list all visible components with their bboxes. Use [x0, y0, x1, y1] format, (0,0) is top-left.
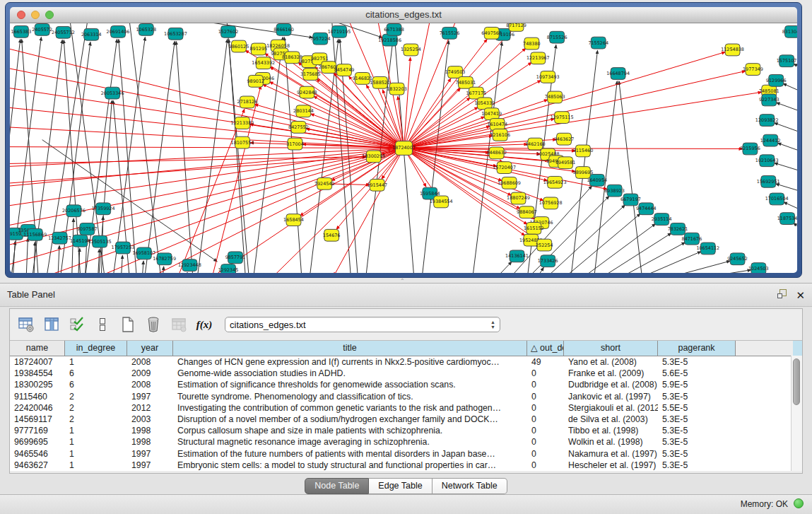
graph-node[interactable]: 6679197 [620, 194, 641, 206]
citation-edge-black[interactable] [576, 224, 655, 273]
graph-node[interactable]: 7155264 [588, 37, 608, 49]
graph-node[interactable]: 1615152 [524, 223, 544, 235]
graph-node[interactable]: 1749503 [445, 66, 466, 78]
graph-node[interactable]: 7832621 [668, 223, 688, 235]
cell-year[interactable]: 1997 [127, 391, 173, 402]
cell-out_degree[interactable]: 0 [527, 402, 564, 414]
graph-node[interactable]: 1733426 [538, 255, 558, 267]
graph-node[interactable]: 15692951 [757, 175, 780, 187]
cell-short[interactable]: Jankovic et al. (1997) [564, 391, 658, 402]
graph-node[interactable]: 9860125 [229, 40, 249, 52]
graph-node[interactable]: 9097587 [77, 223, 98, 235]
graph-node[interactable]: 20206576 [62, 205, 86, 217]
graph-node[interactable]: 18724007 [392, 141, 416, 156]
cell-short[interactable]: Dudbridge et al. (2008) [564, 379, 658, 390]
tab-network-table[interactable]: Network Table [433, 478, 507, 494]
graph-node[interactable]: 1832203 [387, 83, 407, 95]
citation-edge-black[interactable] [142, 261, 143, 273]
cell-pagerank[interactable]: 5.3E-5 [658, 356, 736, 368]
graph-node[interactable]: 1145194 [70, 235, 90, 247]
show-columns-icon[interactable] [42, 315, 61, 334]
citation-edge-red[interactable] [404, 62, 531, 148]
graph-node[interactable]: 6671388 [384, 23, 404, 35]
column-header-out_degree[interactable]: △ out_de… [527, 341, 564, 356]
table-row[interactable]: 1830029562008Estimation of significance … [10, 379, 802, 390]
graph-node[interactable]: 10210643 [755, 155, 779, 167]
cell-in_degree[interactable]: 2 [65, 414, 127, 425]
cell-title[interactable]: Embryonic stem cells: a model to study s… [173, 460, 527, 471]
table-row[interactable]: 969969511998Structural magnetic resonanc… [10, 436, 802, 448]
table-settings-icon[interactable] [17, 315, 35, 334]
cell-pagerank[interactable]: 5.3E-5 [658, 460, 736, 471]
graph-node[interactable]: 891295 [249, 43, 267, 55]
panel-resize-grip[interactable]: ⌃ [400, 279, 407, 284]
graph-node[interactable]: 9884067 [517, 206, 537, 218]
graph-node[interactable]: 20053346 [101, 87, 124, 99]
cell-out_degree[interactable]: 0 [527, 448, 564, 460]
column-header-short[interactable]: short [564, 341, 658, 356]
graph-node[interactable]: 9115460 [573, 145, 594, 157]
cell-year[interactable]: 1997 [127, 448, 173, 460]
graph-node[interactable]: 17016504 [765, 193, 789, 205]
import-table-icon[interactable] [170, 315, 188, 334]
graph-node[interactable]: 14136141 [505, 250, 529, 262]
graph-node[interactable]: 2935114 [652, 214, 672, 226]
graph-node[interactable]: 12505135 [88, 235, 112, 247]
graph-node[interactable]: 9463627 [554, 133, 575, 145]
citation-edge-black[interactable] [778, 143, 797, 153]
citation-edge-black[interactable] [776, 184, 797, 194]
graph-node[interactable]: 19218586 [378, 34, 401, 46]
graph-node[interactable]: 10756928 [539, 197, 563, 209]
cell-title[interactable]: Disruption of a novel member of a sodium… [173, 414, 527, 425]
table-row[interactable]: 2242004622012Investigating the contribut… [10, 402, 802, 414]
cell-out_degree[interactable]: 0 [527, 460, 564, 471]
row-height-icon[interactable] [93, 315, 112, 334]
cell-pagerank[interactable]: 5.3E-5 [658, 436, 736, 448]
graph-node[interactable]: 1065328 [136, 23, 156, 35]
graph-node[interactable]: 12342757 [48, 232, 71, 244]
citation-edge-red[interactable] [10, 148, 404, 168]
cell-name[interactable]: 9115460 [10, 391, 65, 402]
close-panel-icon[interactable]: ✕ [796, 290, 805, 301]
cell-in_degree[interactable]: 1 [65, 356, 127, 368]
minimize-window-button[interactable] [31, 11, 40, 19]
graph-node[interactable]: 1244412 [760, 134, 781, 146]
citation-edge-black[interactable] [121, 255, 122, 273]
table-row[interactable]: 1938455462009Genome-wide association stu… [10, 368, 802, 379]
cell-name[interactable]: 9465546 [10, 448, 65, 460]
tab-edge-table[interactable]: Edge Table [369, 478, 432, 494]
cell-name[interactable]: 9699695 [10, 436, 65, 448]
float-panel-icon[interactable] [777, 288, 787, 302]
citation-edge-black[interactable] [34, 243, 35, 273]
network-canvas[interactable]: 1665383240557224055712206331420691406106… [10, 23, 797, 273]
graph-node[interactable]: 9474444 [636, 203, 657, 215]
citation-edge-black[interactable] [26, 238, 28, 273]
citation-edge-black[interactable] [671, 270, 751, 273]
cell-year[interactable]: 2008 [127, 356, 173, 368]
citation-edge-red[interactable] [10, 147, 404, 148]
graph-node[interactable]: 6497568 [481, 27, 502, 39]
network-window-titlebar[interactable]: citations_edges.txt [10, 7, 797, 23]
citation-edge-red[interactable] [10, 44, 404, 148]
citation-edge-red[interactable] [35, 148, 404, 274]
cell-in_degree[interactable]: 2 [65, 402, 127, 414]
graph-node[interactable]: 154676 [323, 229, 341, 241]
graph-node[interactable]: 7485063 [545, 91, 565, 103]
graph-node[interactable]: 10688609 [498, 177, 521, 189]
cell-title[interactable]: Genome-wide association studies in ADHD. [173, 368, 527, 379]
citation-edge-black[interactable] [13, 242, 15, 273]
graph-node[interactable]: 12213967 [526, 52, 550, 64]
graph-node[interactable]: 9857791 [225, 252, 246, 264]
cell-pagerank[interactable]: 5.6E-5 [658, 368, 736, 379]
cell-title[interactable]: Tourette syndrome. Phenomenology and cla… [173, 391, 527, 402]
citation-edge-black[interactable] [784, 202, 797, 213]
graph-node[interactable]: 1024503 [748, 263, 769, 273]
cell-year[interactable]: 2012 [127, 402, 173, 414]
graph-node[interactable]: 12923448 [178, 259, 201, 271]
citation-edge-red[interactable] [334, 148, 404, 274]
graph-node[interactable]: 1915447 [367, 179, 387, 191]
column-header-pagerank[interactable]: pagerank [658, 341, 736, 356]
graph-node[interactable]: 1949581 [555, 157, 576, 169]
table-row[interactable]: 946554611997Estimation of the future num… [10, 448, 802, 460]
citation-edge-red[interactable] [404, 92, 761, 148]
